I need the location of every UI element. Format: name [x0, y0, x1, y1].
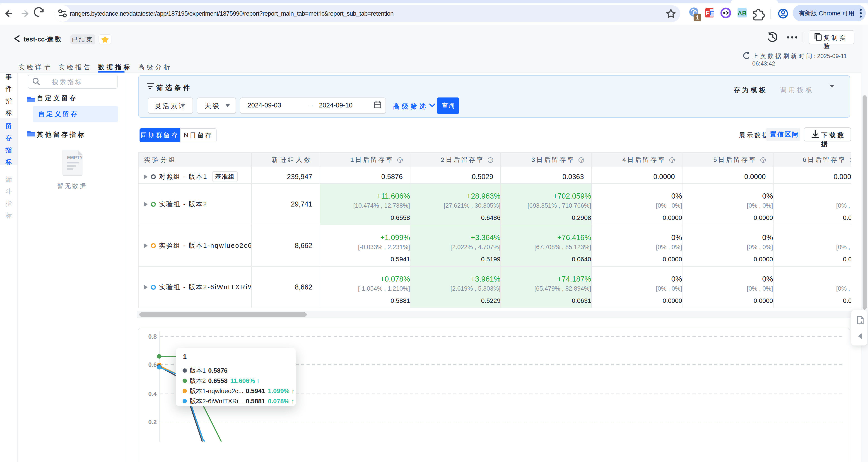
svg-text:1: 1 [696, 14, 699, 21]
svg-text:AB: AB [738, 10, 747, 17]
svg-text:有新版 Chrome 可用: 有新版 Chrome 可用 [799, 10, 855, 17]
svg-text:E: E [710, 9, 714, 17]
svg-text:F: F [706, 9, 710, 17]
